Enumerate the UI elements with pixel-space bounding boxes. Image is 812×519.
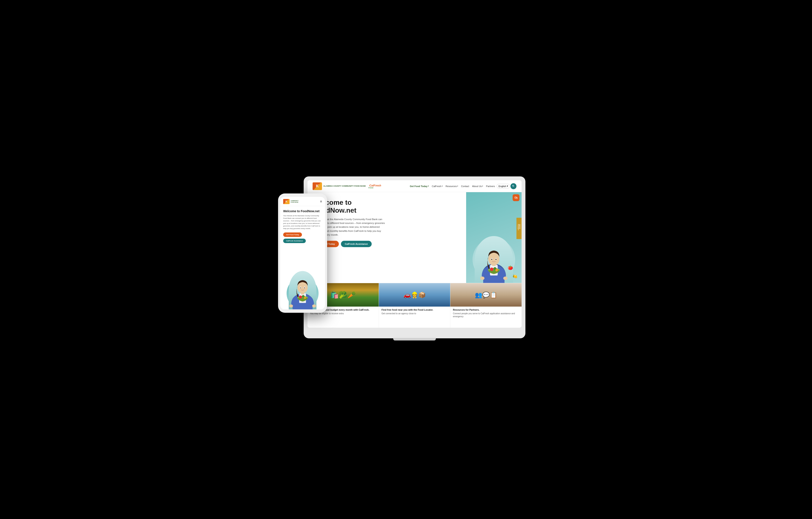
hero-title: Welcome toFoodNow.net (314, 199, 460, 214)
mobile-person-image (289, 271, 316, 309)
right-tab-label: NEED FOOD? (518, 224, 521, 233)
nav-contact[interactable]: Contact (460, 184, 470, 188)
logo-icon: K (313, 182, 322, 190)
mobile-person-svg (289, 271, 316, 309)
calfresh-food-label: FOOD (369, 187, 381, 189)
language-label: English (498, 185, 506, 187)
chevron-down-icon: ▾ (428, 185, 429, 187)
mobile-hero: Welcome to FoodNow.net Your friends at t… (280, 206, 325, 243)
svg-point-7 (496, 259, 497, 260)
hamburger-menu-icon[interactable]: ≡ (320, 200, 322, 204)
lime-icon: 🍋 (513, 274, 517, 279)
cards-section: 🛍️🥦🥕 Stretch your food budget every mont… (308, 283, 522, 328)
tomato-icon: 🍅 (508, 265, 513, 270)
mobile-logo[interactable]: K COMMUNITYFOOD BANK (283, 199, 298, 204)
chevron-down-icon: ▾ (457, 185, 458, 187)
hero-image: 🛍 🍅 🍋 (466, 192, 522, 283)
nav-calfresh[interactable]: CalFresh ▾ (431, 184, 444, 188)
card-office-image: 👥💬📋 (451, 283, 522, 307)
logo-community-text: ALAMEDA COUNTY COMMUNITY FOOD BANK (323, 185, 366, 187)
mobile-hero-text: Your friends at the Alameda County Commu… (283, 215, 322, 230)
mobile-device: K COMMUNITYFOOD BANK ≡ Welcome to FoodNo… (278, 193, 327, 313)
svg-point-12 (480, 277, 485, 280)
hero-person-image (475, 236, 513, 283)
mobile-screen: K COMMUNITYFOOD BANK ≡ Welcome to FoodNo… (280, 197, 325, 309)
card-partners-text: Connect people you serve to CalFresh app… (453, 312, 519, 318)
scene: K ALAMEDA COUNTY COMMUNITY FOOD BANK Cal… (278, 176, 534, 343)
mobile-logo-text: COMMUNITYFOOD BANK (291, 200, 298, 203)
mobile-website: K COMMUNITYFOOD BANK ≡ Welcome to FoodNo… (280, 197, 325, 309)
svg-point-21 (304, 287, 305, 288)
person-svg (479, 240, 509, 283)
card-food-locator: 🚗👷📦 Find free food near you with the Foo… (379, 283, 451, 328)
svg-point-20 (300, 287, 301, 288)
laptop-base (393, 338, 436, 340)
svg-point-25 (304, 297, 306, 299)
chevron-down-icon: ▾ (482, 185, 483, 187)
svg-point-17 (297, 282, 308, 294)
card-locator-body: Find free food near you with the Food Lo… (379, 307, 450, 317)
svg-point-3 (488, 253, 499, 266)
calfresh-logo: CalFresh (369, 184, 381, 187)
nav-partners[interactable]: Partners (485, 184, 496, 188)
hero-section: Welcome toFoodNow.net Your friends at th… (308, 192, 522, 283)
card-people-image: 🚗👷📦 (379, 283, 450, 307)
svg-point-6 (491, 259, 492, 260)
nav-about-us[interactable]: About Us ▾ (471, 184, 484, 188)
mobile-navbar: K COMMUNITYFOOD BANK ≡ (280, 197, 325, 206)
logo[interactable]: K ALAMEDA COUNTY COMMUNITY FOOD BANK Cal… (313, 182, 381, 190)
search-icon: 🔍 (512, 185, 515, 188)
card-locator-title: Find free food near you with the Food Lo… (381, 308, 447, 311)
language-selector[interactable]: English ▾ (497, 184, 510, 188)
svg-point-26 (289, 304, 293, 307)
right-sidebar-tab[interactable]: NEED FOOD? (517, 218, 522, 239)
mobile-get-food-button[interactable]: Get Food Today (283, 233, 302, 237)
svg-point-9 (490, 268, 493, 271)
nav-resources[interactable]: Resources ▾ (444, 184, 460, 188)
card-locator-text: Get connected to an agency close to (381, 312, 447, 315)
calfresh-assistance-button[interactable]: CalFresh Assistance (341, 241, 372, 247)
mobile-person-area (286, 267, 320, 309)
nav-get-food-today[interactable]: Get Food Today ▾ (409, 184, 430, 188)
card-partners-title: Resources for Partners. (453, 308, 519, 311)
hero-content: Welcome toFoodNow.net Your friends at th… (308, 192, 466, 283)
mobile-logo-icon: K (283, 199, 290, 204)
hero-buttons: Get Food Today CalFresh Assistance (314, 241, 460, 247)
mobile-hero-title: Welcome to FoodNow.net (283, 209, 322, 213)
nav-links: Get Food Today ▾ CalFresh ▾ Resources ▾ (409, 183, 517, 189)
svg-point-23 (299, 296, 302, 299)
svg-point-13 (503, 277, 508, 280)
svg-point-27 (312, 304, 316, 307)
laptop-website: K ALAMEDA COUNTY COMMUNITY FOOD BANK Cal… (308, 180, 522, 328)
card-partners-body: Resources for Partners. Connect people y… (451, 307, 522, 320)
chevron-down-icon: ▾ (442, 185, 443, 187)
navbar: K ALAMEDA COUNTY COMMUNITY FOOD BANK Cal… (308, 180, 522, 192)
card-partners: 👥💬📋 Resources for Partners. Connect peop… (451, 283, 522, 328)
food-bag-icon: 🛍 (513, 194, 519, 201)
chevron-down-icon: ▾ (507, 185, 508, 187)
search-button[interactable]: 🔍 (511, 183, 517, 189)
mobile-calfresh-button[interactable]: CalFresh Assistance (283, 239, 306, 243)
svg-point-11 (495, 269, 498, 271)
laptop-screen: K ALAMEDA COUNTY COMMUNITY FOOD BANK Cal… (308, 180, 522, 328)
laptop-device: K ALAMEDA COUNTY COMMUNITY FOOD BANK Cal… (303, 176, 525, 338)
